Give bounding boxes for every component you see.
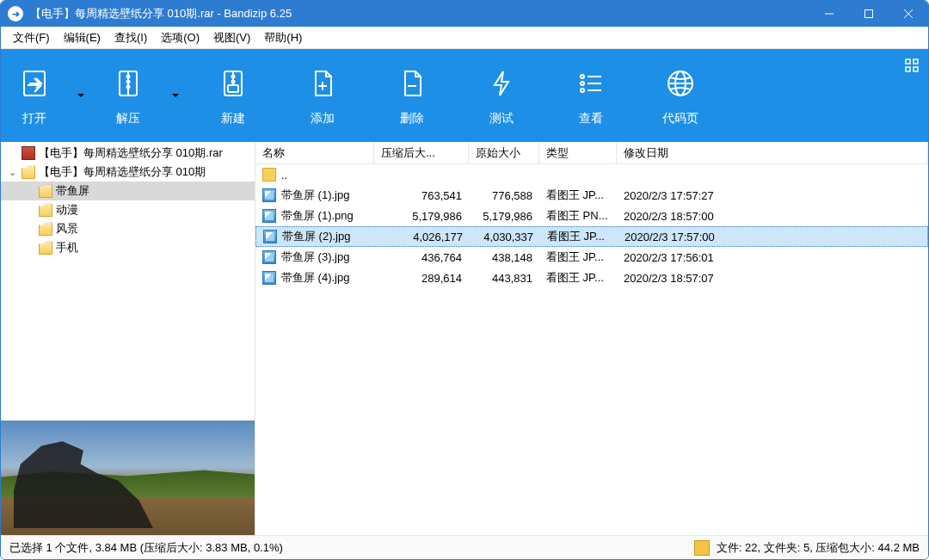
new-icon [214,65,252,102]
list-row[interactable]: 带鱼屏 (2).jpg4,026,1774,030,337看图王 JP...20… [255,226,928,247]
cell-date: 2020/2/3 18:57:07 [617,272,928,285]
svg-point-7 [127,76,130,78]
tree-item[interactable]: 动漫 [1,200,255,219]
svg-point-18 [581,75,584,78]
svg-rect-1 [865,10,873,18]
title-bar: ➜ 【电手】每周精选壁纸分享 010期.rar - Bandizip 6.25 [1,1,928,27]
toolbar: 打开 解压 新建 添加 删除 测试 查看 [1,49,928,142]
svg-rect-14 [228,85,238,92]
menu-find[interactable]: 查找(I) [108,28,154,48]
toolbar-open-label: 打开 [22,111,46,126]
tree-item[interactable]: 手机 [1,238,255,257]
cell-type: 看图王 JP... [540,229,618,244]
cell-osize: 5,179,986 [469,210,539,223]
archive-status-icon [694,540,710,556]
cell-csize: 763,541 [374,189,469,202]
grid-icon [904,58,920,73]
col-original-size[interactable]: 原始大小 [469,142,539,163]
cell-csize: 5,179,986 [374,210,469,223]
tree-label: 带鱼屏 [56,183,89,199]
list-row[interactable]: 带鱼屏 (1).jpg763,541776,588看图王 JP...2020/2… [255,185,928,206]
tree-item[interactable]: ⌄ 【电手】每周精选壁纸分享 010期 [1,163,255,182]
preview-pane [1,420,255,535]
cell-name: 带鱼屏 (1).jpg [255,188,374,203]
toolbar-view-button[interactable]: 查看 [546,49,636,142]
up-icon [262,168,276,182]
svg-rect-29 [906,67,910,71]
minimize-button[interactable] [809,1,849,27]
col-compressed-size[interactable]: 压缩后大... [374,142,469,163]
toolbar-delete-button[interactable]: 删除 [367,49,457,142]
menu-view[interactable]: 视图(V) [206,28,257,48]
folder-icon [39,222,52,236]
menu-bar: 文件(F) 编辑(E) 查找(I) 选项(O) 视图(V) 帮助(H) [1,27,928,49]
svg-point-9 [127,86,130,89]
svg-point-12 [232,76,235,78]
image-file-icon [262,209,276,223]
toolbar-new-label: 新建 [221,111,245,126]
chevron-down-icon [76,90,86,101]
cell-name: 带鱼屏 (3).jpg [255,249,374,265]
tree-label: 风景 [56,221,78,237]
menu-file[interactable]: 文件(F) [6,28,57,48]
list-row[interactable]: .. [255,164,928,185]
svg-rect-27 [906,59,910,64]
toolbar-test-button[interactable]: 测试 [457,49,546,142]
window-controls [809,1,928,27]
toolbar-codepage-button[interactable]: 代码页 [636,49,725,142]
svg-rect-30 [914,67,918,71]
maximize-button[interactable] [849,1,889,27]
toolbar-more-button[interactable] [904,58,920,77]
svg-point-13 [232,81,235,83]
file-list-panel: 名称 压缩后大... 原始大小 类型 修改日期 ..带鱼屏 (1).jpg763… [255,142,928,535]
tree-label: 手机 [56,240,78,255]
menu-options[interactable]: 选项(O) [154,28,206,48]
tree-item[interactable]: 风景 [1,219,255,238]
toolbar-open-dropdown[interactable] [68,49,94,142]
list-row[interactable]: 带鱼屏 (1).png5,179,9865,179,986看图王 PN...20… [255,206,928,226]
collapse-icon[interactable]: ⌄ [6,167,18,178]
toolbar-add-button[interactable]: 添加 [278,49,367,142]
open-icon [15,65,53,102]
toolbar-new-button[interactable]: 新建 [188,49,278,142]
column-headers: 名称 压缩后大... 原始大小 类型 修改日期 [255,142,928,164]
cell-csize: 436,764 [374,251,469,264]
toolbar-extract-label: 解压 [116,111,140,126]
image-file-icon [262,188,276,202]
cell-date: 2020/2/3 17:57:27 [617,189,928,202]
folder-icon [22,165,35,179]
cell-csize: 4,026,177 [375,231,470,243]
globe-icon [661,65,699,102]
archive-icon [22,146,35,160]
svg-point-22 [581,89,584,92]
image-file-icon [262,271,276,285]
delete-icon [393,65,431,102]
chevron-down-icon [170,90,181,101]
tree-item-selected[interactable]: 带鱼屏 [1,182,255,200]
cell-osize: 776,588 [469,189,539,202]
toolbar-extract-button[interactable]: 解压 [94,49,163,142]
extract-icon [109,65,147,102]
folder-icon [39,241,52,255]
cell-osize: 438,148 [469,251,539,264]
col-name[interactable]: 名称 [255,142,374,163]
image-file-icon [262,250,276,264]
col-date[interactable]: 修改日期 [617,142,928,163]
cell-name: .. [255,168,374,182]
list-row[interactable]: 带鱼屏 (4).jpg289,614443,831看图王 JP...2020/2… [255,268,928,288]
tree-root[interactable]: 【电手】每周精选壁纸分享 010期.rar [1,144,255,163]
col-type[interactable]: 类型 [539,142,617,163]
toolbar-open-button[interactable]: 打开 [1,49,68,142]
cell-name: 带鱼屏 (2).jpg [256,229,375,244]
cell-type: 看图王 PN... [539,208,617,224]
cell-date: 2020/2/3 18:57:00 [617,210,928,223]
folder-tree[interactable]: 【电手】每周精选壁纸分享 010期.rar ⌄ 【电手】每周精选壁纸分享 010… [1,142,255,420]
file-list[interactable]: ..带鱼屏 (1).jpg763,541776,588看图王 JP...2020… [255,164,928,535]
list-row[interactable]: 带鱼屏 (3).jpg436,764438,148看图王 JP...2020/2… [255,247,928,268]
close-button[interactable] [889,1,928,27]
app-window: ➜ 【电手】每周精选壁纸分享 010期.rar - Bandizip 6.25 … [0,0,929,560]
menu-help[interactable]: 帮助(H) [257,28,309,48]
toolbar-extract-dropdown[interactable] [163,49,188,142]
menu-edit[interactable]: 编辑(E) [57,28,108,48]
cell-date: 2020/2/3 17:56:01 [617,251,928,264]
